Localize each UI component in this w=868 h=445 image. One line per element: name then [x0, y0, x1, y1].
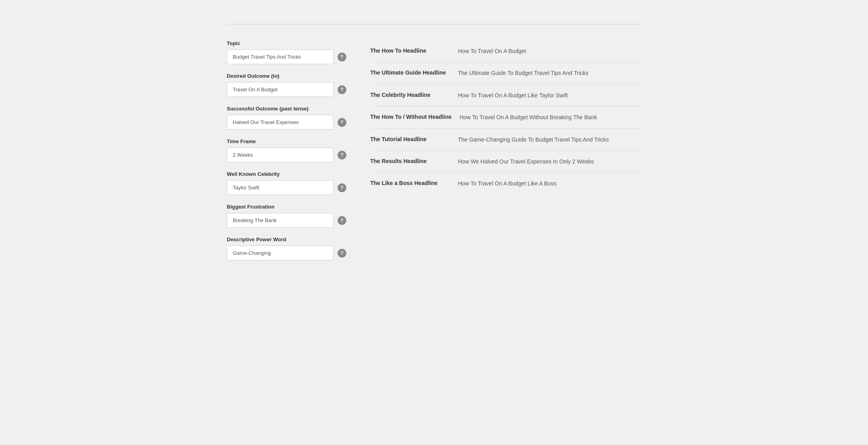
field-group-topic: Topic? — [227, 40, 346, 64]
help-icon-power-word[interactable]: ? — [338, 249, 346, 258]
headline-value: How We Halved Our Travel Expenses In Onl… — [458, 157, 594, 166]
headline-row: The Results HeadlineHow We Halved Our Tr… — [370, 151, 641, 173]
field-label-power-word: Descriptive Power Word — [227, 236, 346, 242]
headline-row: The Celebrity HeadlineHow To Travel On A… — [370, 85, 641, 106]
headline-type: The How To / Without Headline — [370, 113, 452, 121]
field-group-frustration: Biggest Frustration? — [227, 204, 346, 228]
headline-type: The Celebrity Headline — [370, 91, 450, 99]
field-row-time-frame: ? — [227, 148, 346, 162]
headline-type: The Results Headline — [370, 157, 450, 165]
headline-type: The How To Headline — [370, 47, 450, 55]
input-topic[interactable] — [227, 49, 334, 64]
field-group-time-frame: Time Frame? — [227, 138, 346, 162]
field-group-power-word: Descriptive Power Word? — [227, 236, 346, 260]
headline-row: The How To / Without HeadlineHow To Trav… — [370, 106, 641, 128]
headline-type: The Like a Boss Headline — [370, 179, 450, 187]
divider — [227, 24, 641, 24]
field-label-time-frame: Time Frame — [227, 138, 346, 144]
field-label-topic: Topic — [227, 40, 346, 46]
field-row-celebrity: ? — [227, 180, 346, 195]
input-time-frame[interactable] — [227, 148, 334, 162]
help-icon-successful-outcome[interactable]: ? — [338, 118, 346, 127]
help-icon-time-frame[interactable]: ? — [338, 151, 346, 159]
input-celebrity[interactable] — [227, 180, 334, 195]
headline-value: The Ultimate Guide To Budget Travel Tips… — [458, 69, 588, 77]
headline-row: The Ultimate Guide HeadlineThe Ultimate … — [370, 62, 641, 84]
right-column: The How To HeadlineHow To Travel On A Bu… — [370, 40, 641, 195]
field-label-celebrity: Well Known Celebrity — [227, 171, 346, 177]
input-desired-outcome[interactable] — [227, 82, 334, 97]
input-frustration[interactable] — [227, 213, 334, 228]
headline-row: The Like a Boss HeadlineHow To Travel On… — [370, 173, 641, 194]
headline-value: How To Travel On A Budget Like Taylor Sw… — [458, 91, 568, 100]
headline-type: The Ultimate Guide Headline — [370, 69, 450, 77]
field-row-successful-outcome: ? — [227, 115, 346, 130]
headline-value: How To Travel On A Budget Like A Boss — [458, 179, 556, 188]
input-power-word[interactable] — [227, 246, 334, 260]
help-icon-frustration[interactable]: ? — [338, 216, 346, 225]
headline-row: The How To HeadlineHow To Travel On A Bu… — [370, 40, 641, 62]
field-group-desired-outcome: Desired Outcome (to)? — [227, 73, 346, 97]
field-label-successful-outcome: Successful Outcome (past tense) — [227, 106, 346, 112]
headline-value: How To Travel On A Budget — [458, 47, 526, 55]
left-column: Topic?Desired Outcome (to)?Successful Ou… — [227, 40, 346, 269]
input-successful-outcome[interactable] — [227, 115, 334, 130]
field-label-frustration: Biggest Frustration — [227, 204, 346, 210]
field-row-desired-outcome: ? — [227, 82, 346, 97]
main-layout: Topic?Desired Outcome (to)?Successful Ou… — [227, 40, 641, 269]
field-row-frustration: ? — [227, 213, 346, 228]
field-row-power-word: ? — [227, 246, 346, 260]
help-icon-topic[interactable]: ? — [338, 53, 346, 61]
field-row-topic: ? — [227, 49, 346, 64]
headline-type: The Tutorial Headline — [370, 135, 450, 144]
headline-value: The Game-Changing Guide To Budget Travel… — [458, 135, 609, 144]
field-group-celebrity: Well Known Celebrity? — [227, 171, 346, 195]
page-container: Topic?Desired Outcome (to)?Successful Ou… — [215, 0, 653, 285]
headline-row: The Tutorial HeadlineThe Game-Changing G… — [370, 129, 641, 151]
headline-value: How To Travel On A Budget Without Breaki… — [460, 113, 597, 122]
field-label-desired-outcome: Desired Outcome (to) — [227, 73, 346, 79]
help-icon-desired-outcome[interactable]: ? — [338, 85, 346, 94]
field-group-successful-outcome: Successful Outcome (past tense)? — [227, 106, 346, 130]
help-icon-celebrity[interactable]: ? — [338, 183, 346, 192]
